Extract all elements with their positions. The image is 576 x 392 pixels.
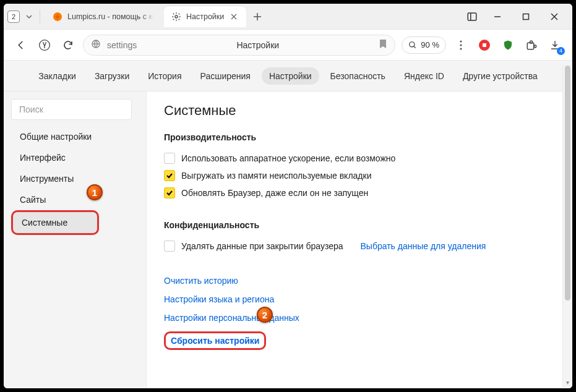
tab-active-title: Настройки [186, 12, 224, 21]
annotation-marker-2: 2 [257, 307, 273, 323]
sidebar-item-system[interactable]: Системные [11, 210, 99, 235]
checkbox-row[interactable]: Выгружать из памяти неиспользуемые вклад… [164, 167, 555, 184]
scrollbar-down-icon[interactable]: ▾ [563, 377, 572, 387]
svg-point-7 [460, 40, 462, 42]
nav-yandex-id[interactable]: Яндекс ID [397, 67, 452, 85]
checkbox-label: Использовать аппаратное ускорение, если … [181, 153, 395, 163]
more-icon[interactable] [452, 36, 470, 54]
link-lang-region[interactable]: Настройки языка и региона [164, 294, 274, 304]
settings-search-input[interactable]: Поиск [11, 99, 132, 120]
checkbox-row[interactable]: Использовать аппаратное ускорение, если … [164, 150, 555, 167]
tab-close-icon[interactable] [229, 12, 239, 22]
nav-bookmarks[interactable]: Закладки [31, 67, 84, 85]
nav-settings[interactable]: Настройки [262, 67, 319, 85]
bookmark-icon[interactable] [379, 39, 387, 51]
tab-inactive[interactable]: Lumpics.ru - помощь с ком [45, 6, 161, 27]
yandex-logo-icon[interactable] [36, 36, 53, 54]
titlebar: 2 Lumpics.ru - помощь с ком Настройки [4, 4, 572, 30]
link-reset-settings[interactable]: Сбросить настройки [171, 336, 259, 346]
page-title: Настройки [143, 40, 372, 50]
site-lock-icon [91, 39, 101, 51]
window-close-button[interactable] [540, 7, 569, 27]
reset-settings-callout: Сбросить настройки [164, 331, 266, 350]
annotation-marker-1: 1 [87, 184, 103, 200]
toolbar: settings Настройки 90 % 4 [4, 30, 572, 61]
downloads-badge: 4 [557, 47, 565, 55]
window-maximize-button[interactable] [512, 7, 540, 27]
settings-nav: Закладки Загрузки История Расширения Нас… [4, 61, 572, 92]
svg-rect-2 [468, 13, 476, 20]
link-choose-data[interactable]: Выбрать данные для удаления [361, 241, 486, 251]
url-path: settings [107, 40, 137, 50]
checkbox-label: Удалять данные при закрытии браузера [181, 241, 343, 251]
checkbox-icon[interactable] [164, 241, 175, 252]
nav-other-devices[interactable]: Другие устройства [455, 67, 545, 85]
svg-point-9 [460, 48, 462, 49]
new-tab-button[interactable] [249, 8, 266, 25]
settings-sidebar: Поиск Общие настройки Интерфейс Инструме… [4, 92, 140, 388]
scrollbar[interactable]: ▾ [562, 64, 572, 387]
zoom-value: 90 % [421, 40, 439, 49]
group-performance-heading: Производительность [164, 132, 555, 142]
tabs-chevron-icon[interactable] [24, 11, 35, 22]
sidebar-toggle-icon[interactable] [463, 8, 481, 25]
sidebar-item-sites[interactable]: Сайты 1 [11, 189, 140, 210]
tab-active[interactable]: Настройки [164, 6, 246, 27]
settings-content: Системные Производительность Использоват… [146, 92, 572, 388]
nav-extensions[interactable]: Расширения [193, 67, 258, 85]
nav-history[interactable]: История [140, 67, 189, 85]
group-privacy-heading: Конфиденциальность [164, 220, 555, 230]
checkbox-row[interactable]: Удалять данные при закрытии браузера Выб… [164, 237, 555, 255]
tab-counter[interactable]: 2 [7, 11, 20, 23]
svg-rect-10 [527, 43, 534, 49]
checkbox-label: Выгружать из памяти неиспользуемые вклад… [181, 171, 371, 181]
svg-point-1 [175, 15, 178, 18]
checkbox-icon[interactable] [164, 170, 175, 181]
svg-rect-12 [535, 45, 536, 48]
svg-point-8 [460, 44, 462, 46]
gear-icon [171, 12, 181, 22]
svg-rect-3 [523, 14, 529, 19]
sidebar-item-tools[interactable]: Инструменты [11, 168, 140, 189]
window-minimize-button[interactable] [483, 7, 512, 27]
lumpics-favicon [53, 12, 62, 22]
link-clear-history[interactable]: Очистить историю [164, 276, 238, 286]
downloads-icon[interactable]: 4 [546, 36, 564, 54]
extension-icon[interactable] [523, 36, 540, 54]
sidebar-item-label: Сайты [20, 195, 46, 205]
sidebar-item-interface[interactable]: Интерфейс [11, 147, 140, 168]
checkbox-row[interactable]: Обновлять Браузер, даже если он не запущ… [164, 184, 555, 202]
checkbox-icon[interactable] [164, 187, 175, 198]
scrollbar-thumb[interactable] [565, 66, 570, 300]
adblock-icon[interactable] [476, 36, 493, 54]
tab-inactive-title: Lumpics.ru - помощь с ком [67, 12, 154, 21]
shield-icon[interactable] [499, 36, 517, 54]
zoom-indicator[interactable]: 90 % [402, 36, 446, 54]
sidebar-item-general[interactable]: Общие настройки [11, 126, 140, 147]
reload-icon[interactable] [59, 36, 77, 54]
svg-rect-11 [530, 41, 533, 43]
checkbox-label: Обновлять Браузер, даже если он не запущ… [181, 188, 368, 198]
address-bar[interactable]: settings Настройки [83, 35, 395, 56]
nav-security[interactable]: Безопасность [323, 67, 393, 85]
nav-downloads[interactable]: Загрузки [87, 67, 137, 85]
section-heading: Системные [164, 103, 555, 119]
link-personal-data[interactable]: Настройки персональных данных [164, 313, 299, 323]
svg-point-6 [410, 41, 415, 46]
checkbox-icon[interactable] [164, 153, 175, 164]
back-icon[interactable] [12, 36, 30, 54]
